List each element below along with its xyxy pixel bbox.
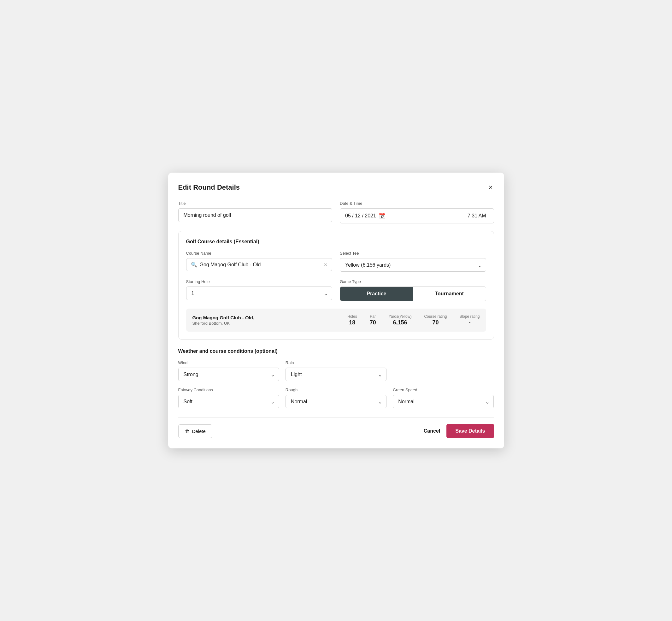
delete-button[interactable]: 🗑 Delete [178,424,212,438]
slope-rating-stat: Slope rating - [459,314,479,326]
fairway-dropdown[interactable]: SoftNormalHard [178,395,279,408]
slope-rating-value: - [468,319,470,326]
game-type-toggle: Practice Tournament [340,287,486,301]
date-part[interactable]: 05 / 12 / 2021 📅 [340,209,460,223]
course-info-name-bold: Gog Magog Golf Club - Old, [193,315,335,320]
rain-wrapper: NoneLightModerateHeavy ⌄ [286,368,386,381]
starting-hole-dropdown[interactable]: 1234 5678 910 [186,287,333,300]
cancel-button[interactable]: Cancel [424,428,440,434]
rain-dropdown[interactable]: NoneLightModerateHeavy [286,368,386,381]
course-info-location: Shelford Bottom, UK [193,321,335,326]
select-tee-wrapper: Yellow (6,156 yards) White Red Blue ⌄ [340,258,486,272]
title-input[interactable] [178,208,333,222]
fairway-label: Fairway Conditions [178,387,279,392]
delete-label: Delete [192,428,206,434]
modal-footer: 🗑 Delete Cancel Save Details [178,417,494,438]
rain-field: Rain NoneLightModerateHeavy ⌄ [286,360,386,381]
course-rating-label: Course rating [424,314,447,319]
practice-button[interactable]: Practice [340,287,413,301]
rain-label: Rain [286,360,386,365]
course-name-input[interactable] [200,262,322,267]
game-type-label: Game Type [340,279,486,284]
holes-value: 18 [349,319,355,326]
golf-course-section: Golf Course details (Essential) Course N… [178,231,494,339]
course-tee-row: Course Name 🔍 ✕ Select Tee Yellow (6,156… [186,251,486,272]
par-value: 70 [370,319,376,326]
modal-title: Edit Round Details [178,183,240,192]
select-tee-field: Select Tee Yellow (6,156 yards) White Re… [340,251,486,272]
fairway-field: Fairway Conditions SoftNormalHard ⌄ [178,387,279,408]
conditions-row: Fairway Conditions SoftNormalHard ⌄ Roug… [178,387,494,408]
select-tee-label: Select Tee [340,251,486,256]
slope-rating-label: Slope rating [459,314,479,319]
date-time-wrapper: 05 / 12 / 2021 📅 7:31 AM [340,208,494,223]
par-label: Par [370,314,376,319]
time-part[interactable]: 7:31 AM [460,209,494,223]
datetime-field: Date & Time 05 / 12 / 2021 📅 7:31 AM [340,201,494,223]
edit-round-modal: Edit Round Details × Title Date & Time 0… [168,173,504,448]
course-rating-stat: Course rating 70 [424,314,447,326]
green-speed-label: Green Speed [393,387,494,392]
green-speed-dropdown[interactable]: SlowNormalFast [393,395,494,408]
starting-hole-wrapper: 1234 5678 910 ⌄ [186,287,333,300]
weather-title: Weather and course conditions (optional) [178,348,494,354]
weather-section: Weather and course conditions (optional)… [178,348,494,408]
starting-hole-field: Starting Hole 1234 5678 910 ⌄ [186,279,333,301]
date-value: 05 / 12 / 2021 [345,213,376,219]
yards-value: 6,156 [393,319,407,326]
title-field: Title [178,201,333,223]
title-datetime-row: Title Date & Time 05 / 12 / 2021 📅 7:31 … [178,201,494,223]
calendar-icon: 📅 [379,212,385,219]
yards-label: Yards(Yellow) [389,314,412,319]
green-speed-wrapper: SlowNormalFast ⌄ [393,395,494,408]
wind-label: Wind [178,360,279,365]
wind-field: Wind NoneLightModerateStrong ⌄ [178,360,279,381]
holes-stat: Holes 18 [347,314,357,326]
footer-right: Cancel Save Details [424,424,494,438]
modal-header: Edit Round Details × [178,183,494,192]
course-info-name: Gog Magog Golf Club - Old, Shelford Bott… [193,315,335,326]
rough-dropdown[interactable]: SoftNormalHard [286,395,386,408]
wind-rain-row: Wind NoneLightModerateStrong ⌄ Rain None… [178,360,494,381]
course-info-bar: Gog Magog Golf Club - Old, Shelford Bott… [186,308,486,332]
rough-label: Rough [286,387,386,392]
rough-wrapper: SoftNormalHard ⌄ [286,395,386,408]
time-value: 7:31 AM [468,213,486,219]
fairway-wrapper: SoftNormalHard ⌄ [178,395,279,408]
tournament-button[interactable]: Tournament [413,287,486,301]
select-tee-dropdown[interactable]: Yellow (6,156 yards) White Red Blue [340,258,486,272]
close-button[interactable]: × [488,183,494,192]
par-stat: Par 70 [370,314,376,326]
hole-gametype-row: Starting Hole 1234 5678 910 ⌄ Game Type … [186,279,486,301]
yards-stat: Yards(Yellow) 6,156 [389,314,412,326]
holes-label: Holes [347,314,357,319]
green-speed-field: Green Speed SlowNormalFast ⌄ [393,387,494,408]
wind-wrapper: NoneLightModerateStrong ⌄ [178,368,279,381]
course-name-label: Course Name [186,251,333,256]
save-button[interactable]: Save Details [447,424,494,438]
wind-dropdown[interactable]: NoneLightModerateStrong [178,368,279,381]
course-rating-value: 70 [432,319,438,326]
search-icon: 🔍 [191,261,197,267]
clear-icon[interactable]: ✕ [324,262,328,267]
game-type-field: Game Type Practice Tournament [340,279,486,301]
title-label: Title [178,201,333,206]
rough-field: Rough SoftNormalHard ⌄ [286,387,386,408]
starting-hole-label: Starting Hole [186,279,333,284]
golf-course-title: Golf Course details (Essential) [186,239,486,245]
course-name-field: Course Name 🔍 ✕ [186,251,333,272]
datetime-label: Date & Time [340,201,494,206]
course-name-wrapper[interactable]: 🔍 ✕ [186,258,333,271]
trash-icon: 🗑 [185,428,190,434]
